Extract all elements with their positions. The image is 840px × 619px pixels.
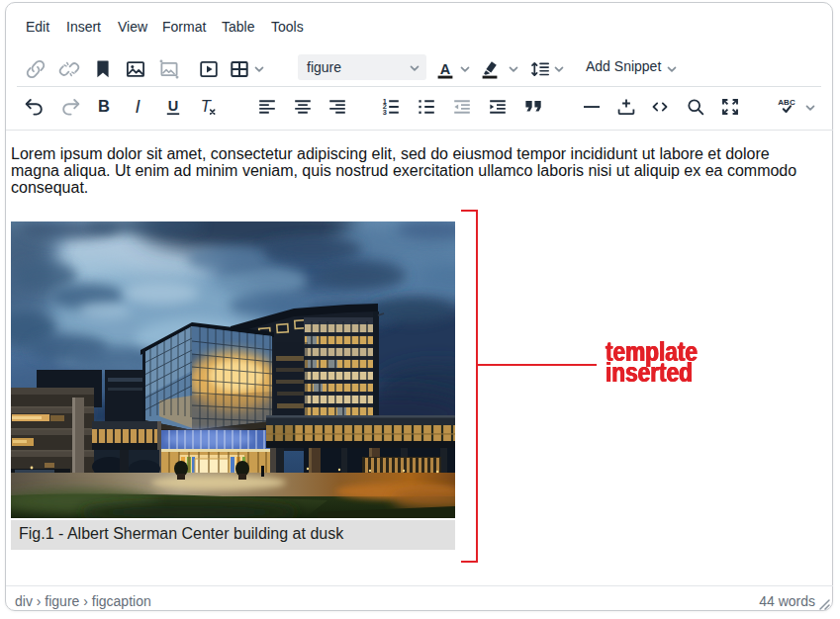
- svg-text:I: I: [136, 96, 141, 117]
- svg-text:T: T: [201, 97, 213, 115]
- svg-text:U: U: [168, 98, 178, 114]
- svg-text:A: A: [440, 60, 451, 76]
- svg-text:B: B: [98, 97, 110, 115]
- svg-text:ABC: ABC: [778, 98, 795, 107]
- svg-text:3: 3: [383, 108, 387, 117]
